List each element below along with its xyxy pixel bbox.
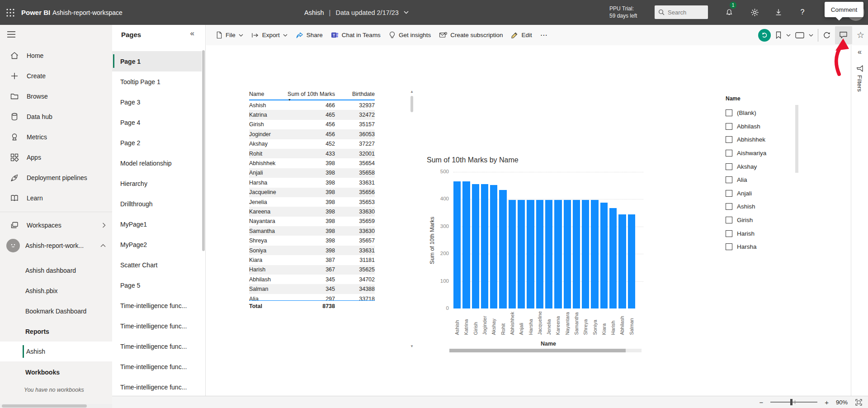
page-item-page-1-0[interactable]: Page 1: [112, 51, 202, 71]
sidebar-item-deployment-pipelines[interactable]: Deployment pipelines: [0, 167, 112, 188]
bar-samantha[interactable]: [573, 200, 580, 308]
file-menu-button[interactable]: File: [212, 25, 247, 45]
help-button[interactable]: ?: [796, 6, 809, 19]
sidebar-item-bookmark-dashboard[interactable]: Bookmark Dashboard: [0, 301, 112, 321]
search-box[interactable]: [655, 5, 708, 19]
search-input[interactable]: [668, 9, 704, 16]
more-options-button[interactable]: ⋯: [536, 25, 552, 45]
edit-button[interactable]: Edit: [507, 25, 536, 45]
sidebar-item-browse[interactable]: Browse: [0, 86, 112, 106]
checkbox[interactable]: [726, 176, 732, 183]
sidebar-item-metrics[interactable]: Metrics: [0, 127, 112, 147]
collapse-pages-icon[interactable]: «: [190, 29, 194, 38]
checkbox[interactable]: [726, 150, 732, 157]
bar-harsha[interactable]: [527, 200, 534, 308]
create-subscription-button[interactable]: Create subscription: [435, 25, 507, 45]
checkbox[interactable]: [726, 230, 732, 237]
slicer-scrollbar[interactable]: [795, 105, 798, 173]
table-row[interactable]: Anjali39835658: [249, 168, 375, 178]
refresh-button[interactable]: [823, 31, 830, 39]
chart-horizontal-scrollbar[interactable]: [449, 349, 642, 352]
scrollbar-thumb[interactable]: [410, 96, 413, 112]
sidebar-item-current-workspace[interactable]: Ashish-report-work...: [0, 235, 112, 256]
sidebar-item-home[interactable]: Home: [0, 45, 112, 66]
table-scrollbar[interactable]: ▲ ▼: [410, 90, 415, 348]
page-item-model-relationship-5[interactable]: Model relationship: [112, 153, 202, 173]
waffle-menu-icon[interactable]: [5, 8, 15, 18]
checkbox[interactable]: [726, 136, 732, 143]
sidebar-item-create[interactable]: Create: [0, 66, 112, 86]
bar-kareena[interactable]: [554, 200, 561, 308]
page-item-scatter-chart-10[interactable]: Scatter Chart: [112, 255, 202, 275]
slicer-item-alia[interactable]: Alia: [726, 173, 794, 187]
checkbox[interactable]: [726, 190, 732, 197]
page-item-page-2-4[interactable]: Page 2: [112, 133, 202, 153]
table-row[interactable]: Soniya39833631: [249, 246, 375, 255]
table-row[interactable]: Girish45635157: [249, 120, 375, 129]
settings-button[interactable]: [748, 6, 761, 19]
table-row[interactable]: Jacqueline39835656: [249, 188, 375, 197]
slicer-item-aishwariya[interactable]: Aishwariya: [726, 147, 794, 160]
checkbox[interactable]: [726, 163, 732, 170]
view-button[interactable]: [795, 32, 804, 38]
bar-soniya[interactable]: [591, 200, 598, 308]
bar-harish[interactable]: [609, 208, 617, 308]
table-header-row[interactable]: Name Sum of 10th Marks Birthdate: [249, 89, 375, 100]
zoom-in-button[interactable]: +: [825, 399, 829, 406]
nav-horizontal-scrollbar[interactable]: [0, 404, 112, 408]
comment-button[interactable]: [835, 26, 852, 44]
pages-scrollbar[interactable]: [202, 50, 205, 251]
chevron-down-icon[interactable]: [786, 34, 791, 37]
get-insights-button[interactable]: Get insights: [385, 25, 435, 45]
table-row[interactable]: Alia29733718: [249, 294, 375, 301]
sidebar-item-learn[interactable]: Learn: [0, 188, 112, 208]
slicer-item-akshay[interactable]: Akshay: [726, 160, 794, 173]
slicer-item-abhilash[interactable]: Abhilash: [726, 120, 794, 133]
table-row[interactable]: Abhilash34534702: [249, 275, 375, 284]
page-item-time-intelligence-func-13[interactable]: Time-intelligence func...: [112, 316, 202, 336]
sidebar-item-data-hub[interactable]: Data hub: [0, 106, 112, 127]
sidebar-item-workspaces[interactable]: Workspaces: [0, 215, 112, 235]
bar-abhishhek[interactable]: [509, 200, 516, 308]
table-row[interactable]: Akshay45237227: [249, 139, 375, 149]
zoom-out-button[interactable]: −: [759, 399, 763, 406]
table-row[interactable]: Kiara38731181: [249, 255, 375, 265]
page-item-time-intelligence-func-12[interactable]: Time-intelligence func...: [112, 295, 202, 316]
chevron-down-icon[interactable]: [404, 11, 409, 14]
table-row[interactable]: Joginder45636053: [249, 129, 375, 139]
table-row[interactable]: Salman34534388: [249, 284, 375, 294]
table-row[interactable]: Jenelia39835653: [249, 197, 375, 207]
slicer-item-blank[interactable]: (Blank): [726, 106, 794, 120]
page-item-page-4-3[interactable]: Page 4: [112, 112, 202, 133]
column-header-marks[interactable]: Sum of 10th Marks: [285, 91, 335, 97]
bar-kiara[interactable]: [600, 203, 608, 308]
favorite-star-icon[interactable]: ☆: [857, 30, 864, 40]
page-item-time-intelligence-func-15[interactable]: Time-intelligence func...: [112, 356, 202, 377]
bar-katrina[interactable]: [462, 181, 470, 308]
page-item-page-3-2[interactable]: Page 3: [112, 92, 202, 112]
scrollbar-thumb[interactable]: [449, 349, 626, 352]
zoom-slider[interactable]: [770, 402, 817, 403]
bar-girish[interactable]: [472, 184, 479, 308]
hamburger-menu-icon[interactable]: [6, 29, 17, 40]
page-item-mypage1-8[interactable]: MyPage1: [112, 214, 202, 234]
expand-filters-icon[interactable]: «: [851, 48, 868, 56]
filters-pane-label[interactable]: Filters: [851, 75, 868, 92]
table-row[interactable]: Katrina46532472: [249, 110, 375, 119]
sidebar-item-report-ashish[interactable]: Ashish: [0, 342, 112, 361]
reset-to-default-button[interactable]: [758, 29, 771, 42]
sidebar-item-apps[interactable]: Apps: [0, 147, 112, 167]
product-logo[interactable]: Power BI: [21, 0, 50, 25]
slicer-item-abhishhek[interactable]: Abhishhek: [726, 133, 794, 147]
export-menu-button[interactable]: Export: [247, 25, 292, 45]
bar-shreya[interactable]: [582, 200, 589, 308]
bar-joginder[interactable]: [481, 184, 488, 308]
bar-abhilash[interactable]: [618, 214, 626, 308]
column-header-name[interactable]: Name: [249, 91, 285, 97]
table-row[interactable]: Abhishhek39835654: [249, 158, 375, 168]
table-row[interactable]: Ashish46632937: [249, 100, 375, 110]
scroll-up-icon[interactable]: ▲: [410, 90, 414, 94]
page-item-time-intelligence-func-14[interactable]: Time-intelligence func...: [112, 336, 202, 356]
fit-to-page-icon[interactable]: [855, 399, 863, 406]
chat-in-teams-button[interactable]: T Chat in Teams: [327, 25, 385, 45]
